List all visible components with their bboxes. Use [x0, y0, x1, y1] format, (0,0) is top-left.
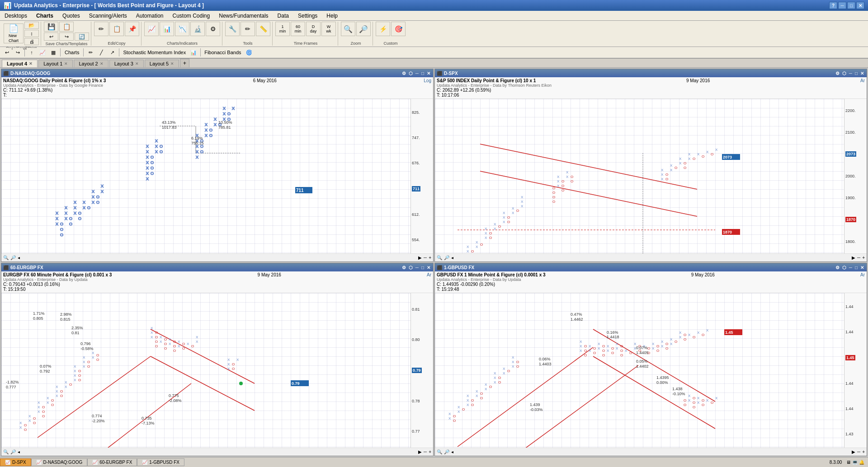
spx-close-btn[interactable]: ✕ — [859, 71, 865, 76]
custom1-button[interactable]: ⚡ — [376, 22, 390, 36]
tb2-charts-label[interactable]: Charts — [62, 48, 81, 57]
edit-button[interactable]: ✏ — [94, 22, 108, 36]
tab-layout4-close[interactable]: ✕ — [29, 61, 33, 66]
refresh-button[interactable]: 🔄 — [75, 33, 89, 41]
day-button[interactable]: Dday — [306, 22, 321, 36]
gbpusd-minus[interactable]: ─ — [857, 449, 860, 454]
menu-data[interactable]: Data — [273, 11, 293, 20]
eurgbp-undock-btn[interactable]: ⬡ — [408, 265, 414, 270]
goog-undock-btn[interactable]: ⬡ — [408, 71, 414, 76]
menu-settings[interactable]: Settings — [293, 11, 322, 20]
tab-add-button[interactable]: + — [180, 59, 189, 67]
goog-scroll-right[interactable]: ▶ — [418, 255, 422, 260]
restore-button[interactable]: □ — [847, 2, 855, 9]
tb2-chart[interactable]: 📈 — [38, 48, 47, 57]
close-button[interactable]: ✕ — [856, 2, 864, 9]
tab-layout2-close[interactable]: ✕ — [100, 61, 104, 66]
gbpusd-restore-btn[interactable]: □ — [854, 265, 859, 270]
tab-layout3[interactable]: Layout 3 ✕ — [109, 60, 144, 67]
60min-button[interactable]: 60min — [291, 22, 305, 36]
template-button[interactable]: 📋 — [59, 22, 74, 32]
tab-layout5[interactable]: Layout 5 ✕ — [145, 60, 179, 67]
copy-button[interactable]: 📋 — [109, 22, 124, 36]
goog-zoom-out[interactable]: 🔎 — [10, 255, 16, 260]
measure-button[interactable]: 📏 — [256, 22, 270, 36]
spx-plus[interactable]: + — [862, 255, 865, 260]
menu-help[interactable]: Help — [322, 11, 342, 20]
tab-layout3-close[interactable]: ✕ — [135, 61, 139, 66]
menu-automation[interactable]: Automation — [132, 11, 168, 20]
redo-button[interactable]: ↪ — [59, 33, 74, 41]
gbpusd-zoom-out[interactable]: 🔎 — [444, 449, 449, 454]
custom2-button[interactable]: 🎯 — [391, 22, 406, 36]
gbpusd-undock-btn[interactable]: ⬡ — [841, 265, 847, 270]
goog-zoom-in[interactable]: 🔍 — [3, 255, 9, 260]
chart-type-button[interactable]: 📈 — [144, 22, 159, 36]
eurgbp-zoom-in[interactable]: 🔍 — [3, 449, 9, 454]
eurgbp-settings-btn[interactable]: ⚙ — [401, 265, 407, 270]
gbpusd-minimize-btn[interactable]: ─ — [848, 265, 853, 270]
tb2-arrow[interactable]: ↑ — [27, 48, 37, 57]
print-button[interactable]: 🖨 — [24, 38, 39, 45]
menu-custom-coding[interactable]: Custom Coding — [168, 11, 215, 20]
spx-zoom-out[interactable]: 🔎 — [444, 255, 449, 260]
indicators-button[interactable]: 📊 — [160, 22, 174, 36]
undo-button[interactable]: ↩ — [44, 33, 58, 41]
menu-news[interactable]: News/Fundamentals — [214, 11, 273, 20]
menu-scanning[interactable]: Scanning/Alerts — [85, 11, 132, 20]
goog-size-minus[interactable]: ─ — [424, 255, 427, 260]
eurgbp-minus[interactable]: ─ — [424, 449, 427, 454]
status-tab-gbpusd[interactable]: 📈 1-GBPUSD FX — [137, 458, 184, 466]
tb2-redo[interactable]: ↪ — [13, 48, 23, 57]
eurgbp-minimize-btn[interactable]: ─ — [415, 265, 420, 270]
spx-minimize-btn[interactable]: ─ — [848, 71, 853, 76]
gbpusd-zoom-in[interactable]: 🔍 — [437, 449, 442, 454]
help-button[interactable]: ? — [829, 2, 837, 9]
eurgbp-zoom-out[interactable]: 🔎 — [10, 449, 16, 454]
spx-zoom-in[interactable]: 🔍 — [437, 255, 442, 260]
tb2-draw[interactable]: ✏ — [85, 48, 95, 57]
menu-desktops[interactable]: Desktops — [0, 11, 32, 20]
eurgbp-scroll-right[interactable]: ▶ — [418, 449, 422, 454]
zoom-in-button[interactable]: 🔍 — [341, 22, 355, 36]
tools-button[interactable]: 🔧 — [225, 22, 240, 36]
tb2-line[interactable]: ╱ — [96, 48, 106, 57]
spx-scroll-right[interactable]: ▶ — [852, 255, 855, 260]
menu-quotes[interactable]: Quotes — [58, 11, 85, 20]
open-chart-button[interactable]: 📂 — [24, 22, 39, 29]
eurgbp-plus[interactable]: + — [429, 449, 431, 454]
draw-button[interactable]: ✏ — [241, 22, 255, 36]
gbpusd-settings-btn[interactable]: ⚙ — [835, 265, 840, 270]
save-button[interactable]: 💾 — [44, 22, 58, 32]
status-tab-goog[interactable]: 📈 D-NASDAQ:GOOG — [31, 458, 88, 466]
tb2-undo[interactable]: ↩ — [2, 48, 12, 57]
paste-button[interactable]: 📌 — [125, 22, 139, 36]
goog-size-plus[interactable]: + — [429, 255, 431, 260]
status-tab-spx[interactable]: 📈 D-SPX — [0, 458, 31, 466]
tab-layout5-close[interactable]: ✕ — [170, 61, 174, 66]
tb2-ind-icon[interactable]: 📊 — [189, 48, 198, 57]
eurgbp-restore-btn[interactable]: □ — [420, 265, 425, 270]
spx-undock-btn[interactable]: ⬡ — [841, 71, 847, 76]
minimize-button[interactable]: ─ — [838, 2, 846, 9]
goog-close-btn[interactable]: ✕ — [426, 71, 431, 76]
menu-charts[interactable]: Charts — [32, 11, 58, 20]
spx-restore-btn[interactable]: □ — [854, 71, 859, 76]
gbpusd-close-btn[interactable]: ✕ — [859, 265, 865, 270]
tb2-trend[interactable]: ↗ — [107, 48, 117, 57]
tab-layout2[interactable]: Layout 2 ✕ — [74, 60, 108, 67]
tb2-bar[interactable]: ▦ — [48, 48, 58, 57]
week-button[interactable]: Wwk — [321, 22, 336, 36]
study-button[interactable]: 🔬 — [190, 22, 205, 36]
gbpusd-scroll-right[interactable]: ▶ — [852, 449, 855, 454]
settings2-button[interactable]: ⚙ — [206, 22, 220, 36]
tb2-fib-icon[interactable]: 🌀 — [244, 48, 254, 57]
status-tab-eurgbp[interactable]: 📈 60-EURGBP FX — [87, 458, 137, 466]
new-chart-button[interactable]: 📄 NewChart — [4, 23, 24, 43]
goog-settings-btn[interactable]: ⚙ — [401, 71, 407, 76]
overlay-button[interactable]: 📉 — [175, 22, 189, 36]
scroll-button[interactable]: ↕ — [24, 30, 39, 37]
1min-button[interactable]: 1min — [275, 22, 290, 36]
goog-minimize-btn[interactable]: ─ — [415, 71, 420, 76]
gbpusd-plus[interactable]: + — [862, 449, 865, 454]
